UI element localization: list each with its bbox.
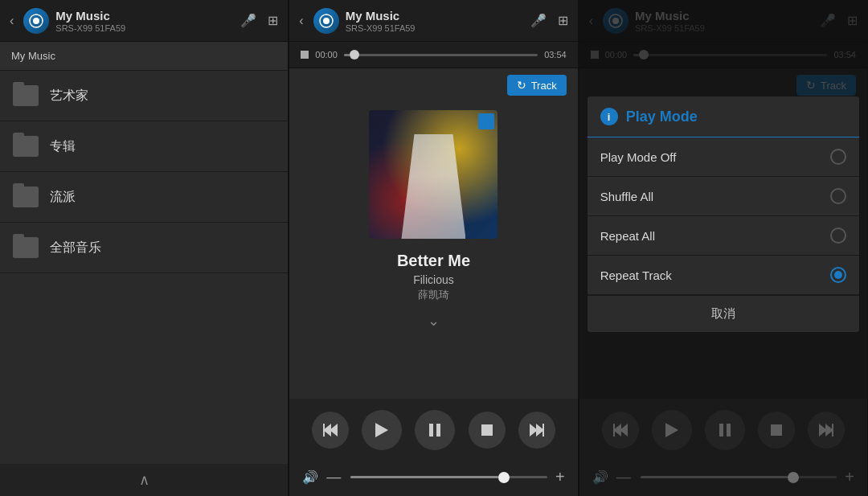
svg-marker-7	[375, 423, 388, 437]
radio-inner-3	[834, 271, 842, 279]
list-item-artist[interactable]: 艺术家	[0, 71, 288, 121]
progress-fill-p2	[344, 54, 350, 56]
option-shuffle-all[interactable]: Shuffle All	[588, 177, 859, 216]
svg-rect-13	[542, 424, 544, 437]
svg-rect-18	[613, 424, 615, 437]
folder-icon-allmusic	[13, 237, 39, 258]
volume-fill-p3	[641, 476, 788, 478]
album-label: 专辑	[50, 138, 76, 155]
time-start-p2: 00:00	[315, 50, 338, 59]
svg-rect-10	[481, 424, 493, 436]
repeat-icon-p2: ↻	[517, 79, 526, 92]
option-repeat-track[interactable]: Repeat Track	[588, 256, 859, 295]
option-label-0: Play Mode Off	[600, 150, 677, 164]
folder-icon-album	[13, 136, 39, 157]
song-title-p2: Better Me	[397, 252, 470, 270]
list-item-genre[interactable]: 流派	[0, 172, 288, 223]
header-icons-p2: 🎤 ⊞	[530, 13, 568, 28]
volume-minus-p3: —	[616, 469, 631, 486]
genre-label: 流派	[50, 189, 76, 206]
radio-0[interactable]	[830, 149, 846, 165]
grid-icon-p2[interactable]: ⊞	[558, 13, 568, 28]
progress-thumb-p2[interactable]	[350, 50, 359, 59]
svg-rect-9	[436, 424, 440, 437]
progress-track-p2[interactable]	[344, 54, 538, 56]
track-button-p2[interactable]: ↻ Track	[507, 75, 567, 96]
svg-rect-20	[719, 424, 723, 437]
album-corner-badge	[478, 113, 494, 129]
mic-icon-p2[interactable]: 🎤	[530, 13, 547, 28]
panel-nowplaying: ‹ My Music SRS-X99 51FA59 🎤 ⊞ 00:00 03:5…	[289, 0, 578, 496]
cancel-button[interactable]: 取消	[588, 295, 859, 332]
option-play-mode-off[interactable]: Play Mode Off	[588, 137, 859, 177]
next-button-p2[interactable]	[518, 412, 555, 449]
svg-rect-25	[832, 424, 833, 437]
chevron-down-icon-p2[interactable]: ⌄	[428, 312, 440, 330]
header-panel2: ‹ My Music SRS-X99 51FA59 🎤 ⊞	[289, 0, 577, 42]
app-logo-p2	[313, 8, 339, 34]
volume-area-p2: 🔊 — +	[289, 461, 577, 496]
radio-3[interactable]	[830, 267, 846, 283]
track-label-p2: Track	[531, 80, 557, 92]
panel-mymusic: ‹ My Music SRS-X99 51FA59 🎤 ⊞ My Music 艺…	[0, 0, 289, 496]
chevron-up-icon-p1[interactable]: ∧	[139, 471, 149, 489]
play-mode-title: Play Mode	[626, 109, 698, 125]
list-item-allmusic[interactable]: 全部音乐	[0, 223, 288, 273]
volume-track-p2[interactable]	[350, 476, 547, 478]
option-repeat-all[interactable]: Repeat All	[588, 216, 859, 256]
header-text-p2: My Music SRS-X99 51FA59	[346, 9, 524, 33]
volume-icon-p2: 🔊	[302, 469, 318, 485]
song-album-p2: 薛凯琦	[418, 288, 449, 302]
stop-button-p2[interactable]	[469, 412, 506, 449]
radio-1[interactable]	[830, 188, 846, 204]
play-button-p2[interactable]	[362, 410, 402, 450]
pause-button-p2[interactable]	[415, 410, 455, 450]
volume-fill-p2	[350, 476, 497, 478]
list-item-album[interactable]: 专辑	[0, 121, 288, 172]
play-mode-dialog: i Play Mode Play Mode Off Shuffle All Re…	[588, 96, 859, 332]
volume-plus-p2[interactable]: +	[555, 468, 565, 486]
prev-button-p2[interactable]	[312, 412, 349, 449]
folder-icon-artist	[13, 85, 39, 106]
album-art-area-p2: Better Me Filicious 薛凯琦 ⌄	[289, 102, 577, 399]
svg-point-1	[33, 18, 39, 24]
svg-rect-21	[727, 424, 731, 437]
album-art-inner	[369, 110, 497, 239]
header-icons-p1: 🎤 ⊞	[240, 13, 278, 28]
song-artist-p2: Filicious	[413, 273, 454, 286]
mic-icon-p1[interactable]: 🎤	[240, 13, 256, 28]
back-icon[interactable]: ‹	[10, 14, 14, 28]
volume-minus-p2[interactable]: —	[326, 469, 341, 486]
pause-button-p3	[705, 410, 745, 450]
header-panel1: ‹ My Music SRS-X99 51FA59 🎤 ⊞	[0, 0, 288, 42]
panel-playmode: ‹ My Music SRS-X99 51FA59 🎤 ⊞ 00:00 03:5…	[579, 0, 868, 496]
controls-area-p2	[289, 399, 577, 461]
volume-icon-p3: 🔊	[592, 469, 608, 485]
volume-thumb-p3	[788, 472, 799, 483]
stop-icon-sm-p2[interactable]	[301, 51, 309, 59]
allmusic-label: 全部音乐	[50, 240, 101, 256]
play-mode-header: i Play Mode	[588, 96, 859, 137]
svg-rect-6	[323, 424, 325, 437]
app-title-p1: My Music	[55, 9, 234, 23]
grid-icon-p1[interactable]: ⊞	[268, 13, 278, 28]
volume-thumb-p2[interactable]	[498, 472, 510, 483]
back-icon-p2[interactable]: ‹	[299, 14, 303, 28]
progress-area-p2: 00:00 03:54	[289, 42, 577, 68]
nav-label: My Music	[0, 42, 288, 71]
app-title-p2: My Music	[346, 9, 524, 23]
album-art-p2	[369, 110, 497, 239]
time-end-p2: 03:54	[544, 50, 567, 59]
volume-plus-p3: +	[845, 468, 854, 486]
option-label-1: Shuffle All	[600, 190, 653, 203]
radio-2[interactable]	[830, 228, 846, 244]
volume-track-p3	[641, 476, 837, 478]
device-name-p1: SRS-X99 51FA59	[55, 23, 234, 33]
next-button-p3	[808, 412, 845, 449]
prev-button-p3	[602, 412, 639, 449]
option-label-2: Repeat All	[600, 229, 655, 243]
info-icon: i	[600, 108, 618, 125]
stop-button-p3	[758, 412, 795, 449]
header-text-p1: My Music SRS-X99 51FA59	[55, 9, 234, 33]
play-button-p3	[652, 410, 692, 450]
